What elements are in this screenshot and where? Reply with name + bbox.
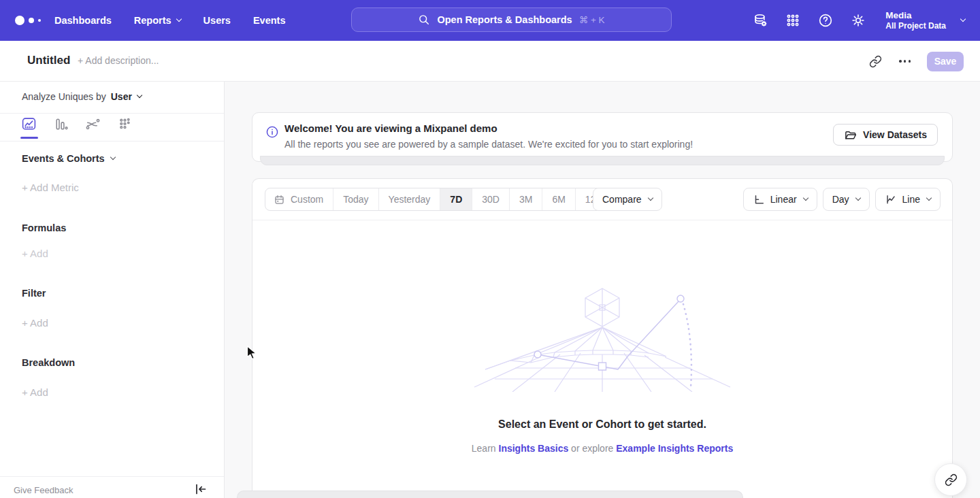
- help-icon[interactable]: [817, 13, 833, 29]
- collapse-sidebar-icon[interactable]: [193, 482, 208, 497]
- data-management-icon[interactable]: [752, 13, 768, 29]
- nav-item-reports[interactable]: Reports: [134, 15, 181, 26]
- section-events-cohorts[interactable]: Events & Cohorts: [22, 153, 115, 164]
- report-description-placeholder[interactable]: + Add description...: [78, 55, 159, 66]
- add-breakdown-button[interactable]: + Add: [22, 386, 48, 398]
- compare-dropdown[interactable]: Compare: [593, 188, 662, 211]
- search-icon: [418, 14, 430, 26]
- nav-item-dashboards[interactable]: Dashboards: [54, 15, 112, 26]
- folder-open-icon: [844, 129, 857, 142]
- insights-chart-card: Custom Today Yesterday 7D 30D 3M 6M 12M …: [252, 178, 953, 498]
- range-yesterday[interactable]: Yesterday: [378, 188, 440, 210]
- analyze-label: Analyze Uniques by: [22, 91, 106, 102]
- nav-item-events[interactable]: Events: [253, 15, 286, 26]
- view-datasets-button[interactable]: View Datasets: [833, 124, 938, 146]
- insights-basics-link[interactable]: Insights Basics: [499, 443, 569, 454]
- section-formulas: Formulas: [22, 222, 66, 233]
- chevron-down-icon: [176, 16, 181, 22]
- project-dataset: All Project Data: [885, 21, 946, 31]
- nav-right: Media All Project Data: [752, 0, 965, 41]
- range-3m[interactable]: 3M: [509, 188, 542, 210]
- mixpanel-logo[interactable]: [15, 0, 41, 41]
- tab-flow[interactable]: [84, 116, 101, 135]
- add-metric-button[interactable]: + Add Metric: [22, 182, 79, 193]
- logo-dot: [15, 16, 24, 25]
- range-6m[interactable]: 6M: [542, 188, 574, 210]
- project-name: Media: [885, 10, 946, 21]
- interval-dropdown[interactable]: Day: [823, 188, 870, 211]
- chart-toolbar: Custom Today Yesterday 7D 30D 3M 6M 12M …: [252, 188, 952, 211]
- top-nav: Dashboards Reports Users Events Open Rep…: [0, 0, 980, 41]
- main-content: Welcome! You are viewing a Mixpanel demo…: [225, 82, 980, 498]
- empty-state-title: Select an Event or Cohort to get started…: [252, 418, 952, 431]
- section-breakdown: Breakdown: [22, 357, 75, 368]
- chevron-down-icon: [960, 16, 966, 22]
- give-feedback-link[interactable]: Give Feedback: [14, 485, 73, 495]
- line-chart-icon: [885, 193, 897, 205]
- example-insights-reports-link[interactable]: Example Insights Reports: [616, 443, 733, 454]
- banner-subtitle: All the reports you see are powered by a…: [284, 139, 693, 150]
- logo-dot: [29, 18, 34, 23]
- add-filter-button[interactable]: + Add: [22, 317, 48, 329]
- report-title[interactable]: Untitled: [27, 54, 70, 67]
- report-header: Untitled + Add description... Save: [0, 41, 980, 82]
- range-today[interactable]: Today: [333, 188, 378, 210]
- chevron-down-icon: [855, 195, 860, 201]
- link-icon: [945, 474, 958, 486]
- logo-dot: [38, 19, 41, 22]
- copy-link-icon[interactable]: [868, 54, 883, 69]
- welcome-banner: Welcome! You are viewing a Mixpanel demo…: [252, 112, 953, 162]
- nav-item-users[interactable]: Users: [203, 15, 231, 26]
- range-7d[interactable]: 7D: [440, 188, 472, 210]
- analyze-value-dropdown[interactable]: User: [111, 91, 142, 102]
- visualization-tabs: [20, 116, 133, 135]
- divider: [252, 220, 952, 220]
- chevron-down-icon: [647, 195, 653, 201]
- linear-axis-icon: [753, 193, 765, 205]
- divider: [0, 113, 224, 114]
- chevron-down-icon: [137, 93, 142, 98]
- settings-gear-icon[interactable]: [850, 13, 866, 29]
- tab-insights-line[interactable]: [20, 116, 37, 135]
- range-custom[interactable]: Custom: [265, 188, 333, 210]
- nav-items: Dashboards Reports Users Events: [54, 0, 285, 41]
- more-options-icon[interactable]: [898, 60, 912, 63]
- floating-share-link-button[interactable]: [934, 463, 967, 496]
- search-shortcut: ⌘ + K: [579, 14, 605, 25]
- empty-state-illustration: [473, 286, 732, 392]
- chevron-down-icon: [802, 195, 808, 201]
- chart-type-dropdown[interactable]: Line: [875, 188, 941, 211]
- empty-state-links: Learn Insights Basics or explore Example…: [252, 443, 952, 454]
- section-filter: Filter: [22, 288, 46, 299]
- add-formula-button[interactable]: + Add: [22, 248, 48, 259]
- query-sidebar: Analyze Uniques by User: [0, 82, 225, 498]
- tab-metrics-grid[interactable]: [116, 116, 133, 135]
- banner-title: Welcome! You are viewing a Mixpanel demo: [284, 122, 497, 134]
- analyze-uniques-row: Analyze Uniques by User: [22, 91, 142, 102]
- search-placeholder: Open Reports & Dashboards: [437, 14, 572, 25]
- global-search-input[interactable]: Open Reports & Dashboards ⌘ + K: [351, 7, 672, 32]
- chevron-down-icon: [110, 154, 115, 160]
- save-button[interactable]: Save: [927, 52, 964, 71]
- calendar-icon: [274, 194, 285, 205]
- apps-grid-icon[interactable]: [785, 13, 800, 29]
- info-icon: [265, 125, 279, 139]
- divider: [0, 141, 224, 142]
- date-range-picker: Custom Today Yesterday 7D 30D 3M 6M 12M: [265, 188, 614, 211]
- scale-dropdown[interactable]: Linear: [743, 188, 817, 211]
- range-30d[interactable]: 30D: [472, 188, 509, 210]
- divider: [0, 476, 224, 477]
- tab-bar-chart[interactable]: [52, 116, 69, 135]
- bottom-panel-edge: [237, 491, 743, 498]
- mixpanel-app: Dashboards Reports Users Events Open Rep…: [0, 0, 980, 498]
- chevron-down-icon: [926, 195, 932, 201]
- project-switcher[interactable]: Media All Project Data: [885, 10, 965, 31]
- active-tab-indicator: [20, 137, 38, 139]
